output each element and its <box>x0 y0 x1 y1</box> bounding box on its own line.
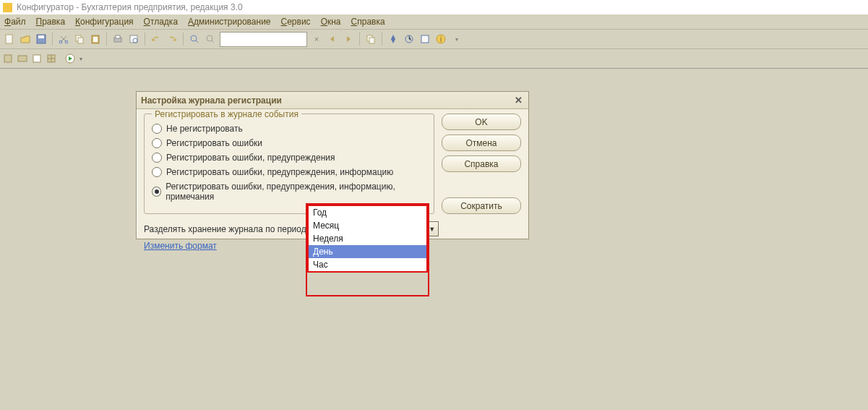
run-icon[interactable] <box>65 54 75 64</box>
radio-errors[interactable]: Регистрировать ошибки <box>152 138 426 148</box>
tool3-icon[interactable] <box>418 33 431 46</box>
tool2-icon[interactable] <box>403 33 416 46</box>
menubar: Файл Правка Конфигурация Отладка Админис… <box>0 14 868 30</box>
next-icon[interactable] <box>342 33 355 46</box>
prev-icon[interactable] <box>326 33 339 46</box>
open-icon[interactable] <box>19 33 32 46</box>
fieldset-legend: Регистрировать в журнале события <box>152 109 301 119</box>
dialog-title-text: Настройка журнала регистрации <box>141 95 282 106</box>
t2-icon-1[interactable] <box>3 54 13 64</box>
undo-icon[interactable] <box>150 33 163 46</box>
close-icon[interactable]: ✕ <box>512 95 524 106</box>
find2-icon[interactable] <box>204 33 217 46</box>
find-icon[interactable] <box>188 33 201 46</box>
svg-rect-23 <box>33 55 40 62</box>
svg-rect-0 <box>6 35 12 43</box>
option-month[interactable]: Месяц <box>309 219 426 232</box>
split-label: Разделять хранение журнала по периодам <box>144 224 317 234</box>
t2-icon-2[interactable] <box>17 54 27 64</box>
menu-help[interactable]: Справка <box>351 17 385 27</box>
menu-windows[interactable]: Окна <box>321 17 341 27</box>
app-title: Конфигуратор - Бухгалтерия предприятия, … <box>17 2 243 12</box>
fieldset-events: Регистрировать в журнале события Не реги… <box>144 114 434 214</box>
svg-rect-8 <box>93 37 98 42</box>
t2-icon-4[interactable] <box>46 54 56 64</box>
menu-file[interactable]: Файл <box>4 17 26 27</box>
toolbar-main: × i ▾ <box>0 30 868 49</box>
dialog-titlebar: Настройка журнала регистрации ✕ <box>137 92 528 109</box>
app-icon <box>3 3 12 12</box>
option-hour[interactable]: Час <box>309 258 426 271</box>
menu-admin[interactable]: Администрирование <box>188 17 270 27</box>
preview-icon[interactable] <box>127 33 140 46</box>
info-icon[interactable]: i <box>434 33 447 46</box>
period-dropdown: Год Месяц Неделя День Час <box>307 205 428 273</box>
option-year[interactable]: Год <box>309 206 426 219</box>
search-input[interactable] <box>220 32 307 47</box>
toolbar-secondary: ▾ <box>0 49 868 69</box>
save-icon[interactable] <box>35 33 48 46</box>
svg-rect-18 <box>421 35 429 43</box>
option-week[interactable]: Неделя <box>309 232 426 245</box>
svg-rect-21 <box>4 55 12 62</box>
svg-rect-6 <box>78 38 83 43</box>
clear-search-icon[interactable]: × <box>310 33 323 46</box>
menu-edit[interactable]: Правка <box>36 17 66 27</box>
cut-icon[interactable] <box>57 33 70 46</box>
dropdown-arrow-icon[interactable]: ▾ <box>450 33 463 46</box>
dropdown-arrow2-icon[interactable]: ▾ <box>80 56 82 62</box>
help-button[interactable]: Справка <box>442 155 521 172</box>
radio-all[interactable]: Регистрировать ошибки, предупреждения, и… <box>152 181 426 202</box>
cancel-button[interactable]: Отмена <box>442 134 521 151</box>
svg-point-14 <box>207 35 212 41</box>
ok-button[interactable]: OK <box>442 114 521 130</box>
radio-errors-warn-info[interactable]: Регистрировать ошибки, предупреждения, и… <box>152 167 426 177</box>
redo-icon[interactable] <box>166 33 179 46</box>
titlebar: Конфигуратор - Бухгалтерия предприятия, … <box>0 0 868 14</box>
svg-rect-16 <box>369 38 374 43</box>
menu-config[interactable]: Конфигурация <box>75 17 134 27</box>
change-format-link[interactable]: Изменить формат <box>144 241 217 251</box>
radio-none[interactable]: Не регистрировать <box>152 124 426 134</box>
t2-icon-3[interactable] <box>32 54 42 64</box>
menu-debug[interactable]: Отладка <box>144 17 178 27</box>
new-icon[interactable] <box>3 33 16 46</box>
copy-icon[interactable] <box>73 33 86 46</box>
svg-rect-2 <box>38 35 44 38</box>
svg-rect-10 <box>116 35 120 38</box>
shrink-button[interactable]: Сократить <box>442 197 521 214</box>
option-day[interactable]: День <box>309 245 426 258</box>
svg-point-13 <box>191 35 197 41</box>
radio-errors-warn[interactable]: Регистрировать ошибки, предупреждения <box>152 153 426 163</box>
print-icon[interactable] <box>111 33 124 46</box>
tool1-icon[interactable] <box>387 33 400 46</box>
svg-rect-22 <box>18 56 27 61</box>
copy2-icon[interactable] <box>364 33 377 46</box>
svg-text:i: i <box>440 35 442 43</box>
paste-icon[interactable] <box>89 33 102 46</box>
menu-service[interactable]: Сервис <box>281 17 311 27</box>
